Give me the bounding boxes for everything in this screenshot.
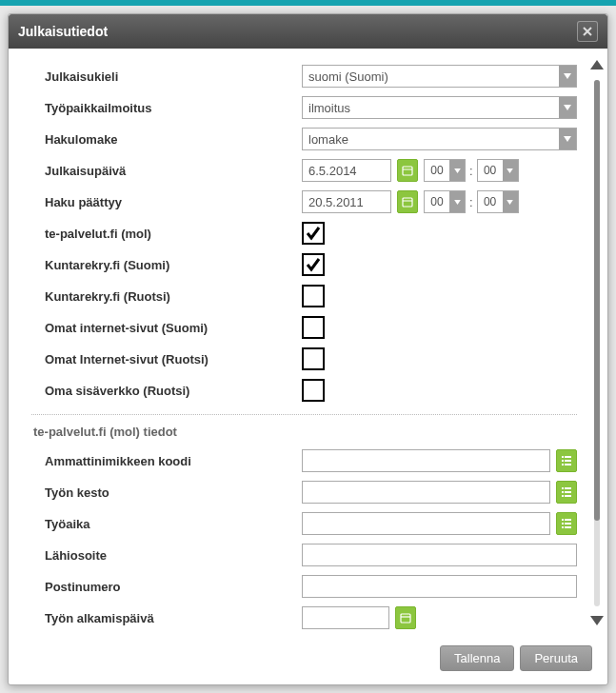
scrollbar[interactable] [586,49,607,638]
label-hakulomake: Hakulomake [31,132,302,147]
cancel-button[interactable]: Peruuta [520,645,592,671]
svg-rect-5 [565,456,571,458]
select-julkaisupaiva-hour[interactable]: 00 [424,159,466,182]
svg-rect-20 [562,526,564,528]
input-postinumero[interactable] [302,575,577,598]
label-julkaisukieli: Julkaisukieli [31,69,302,84]
chevron-down-icon [559,129,576,149]
label-sisaverkko-sv: Oma sisäverkko (Ruotsi) [31,384,302,398]
input-tyon-kesto[interactable] [302,481,550,504]
svg-rect-7 [565,460,571,462]
svg-rect-8 [562,464,564,465]
save-button[interactable]: Tallenna [440,645,514,671]
svg-rect-18 [562,523,564,525]
svg-rect-0 [403,167,412,175]
section-title-mol: te-palvelut.fi (mol) tiedot [31,419,577,446]
svg-rect-9 [565,464,571,465]
svg-rect-21 [565,526,571,528]
scroll-thumb[interactable] [594,80,600,521]
label-tyon-alkamispaiva: Työn alkamispäivä [31,611,302,625]
label-tyon-kesto: Työn kesto [31,485,302,500]
input-lahiosoite[interactable] [302,544,577,566]
list-icon [562,518,571,529]
svg-rect-16 [562,519,564,521]
select-hakulomake[interactable]: lomake [302,128,577,150]
calendar-icon [402,165,413,176]
svg-rect-19 [565,523,571,525]
svg-rect-10 [562,487,564,489]
checkbox-sisaverkko-sv[interactable] [302,379,325,402]
checkmark-icon [306,226,321,241]
input-julkaisupaiva-date[interactable]: 6.5.2014 [302,159,391,182]
close-icon [583,27,592,36]
svg-rect-2 [403,198,412,207]
close-button[interactable] [577,21,598,42]
checkmark-icon [306,257,321,272]
select-hakupaattyy-hour[interactable]: 00 [424,190,466,213]
svg-rect-6 [562,460,564,462]
form-content: Julkaisukieli suomi (Suomi) Työpaikkailm… [9,49,586,638]
label-omat-fi: Omat internet-sivut (Suomi) [31,321,302,335]
select-julkaisupaiva-min[interactable]: 00 [477,159,519,182]
checkbox-omat-sv[interactable] [302,347,325,370]
chevron-down-icon [503,160,518,181]
label-ammattinimike: Ammattinimikkeen koodi [31,454,302,468]
label-lahiosoite: Lähiosoite [31,548,302,563]
calendar-button[interactable] [397,159,418,182]
scroll-up-icon[interactable] [590,58,604,72]
label-tyopaikkailmoitus: Työpaikkailmoitus [31,101,302,115]
label-postinumero: Postinumero [31,580,302,594]
list-icon [562,486,571,498]
label-hakupaattyy: Haku päättyy [31,195,302,209]
input-hakupaattyy-date[interactable]: 20.5.2011 [302,190,391,213]
select-julkaisukieli[interactable]: suomi (Suomi) [302,65,577,88]
scroll-down-icon[interactable] [590,614,604,628]
publish-dialog: Julkaisutiedot Julkaisukieli suomi (Suom… [8,13,608,685]
svg-rect-12 [562,491,564,493]
section-divider [31,414,577,415]
checkbox-kuntarekry-fi[interactable] [302,253,325,276]
label-kuntarekry-sv: Kuntarekry.fi (Ruotsi) [31,289,302,304]
chevron-down-icon [449,160,465,181]
chevron-down-icon [503,191,518,212]
chevron-down-icon [559,97,576,118]
input-tyon-alkamispaiva[interactable] [302,606,389,629]
dialog-title: Julkaisutiedot [18,24,577,39]
calendar-button[interactable] [395,606,416,629]
lookup-button[interactable] [556,512,577,535]
svg-rect-14 [562,495,564,497]
svg-rect-11 [565,487,571,489]
select-hakupaattyy-min[interactable]: 00 [477,190,519,213]
svg-rect-22 [401,614,410,623]
calendar-icon [402,196,413,208]
checkbox-omat-fi[interactable] [302,316,325,339]
list-icon [562,455,571,466]
button-row: Tallenna Peruuta [9,638,607,684]
svg-rect-13 [565,491,571,493]
label-julkaisupaiva: Julkaisupäivä [31,164,302,178]
label-omat-sv: Omat Internet-sivut (Ruotsi) [31,352,302,366]
lookup-button[interactable] [556,481,577,504]
scroll-track[interactable] [594,80,600,606]
calendar-button[interactable] [397,190,418,213]
chevron-down-icon [559,66,576,87]
svg-rect-17 [565,519,571,521]
input-tyoaika[interactable] [302,512,550,535]
svg-rect-4 [562,456,564,458]
checkbox-kuntarekry-sv[interactable] [302,285,325,307]
label-tyoaika: Työaika [31,517,302,531]
titlebar: Julkaisutiedot [9,14,607,49]
calendar-icon [400,612,411,624]
checkbox-te-palvelut[interactable] [302,222,325,245]
label-te-palvelut: te-palvelut.fi (mol) [31,227,302,241]
select-tyopaikkailmoitus[interactable]: ilmoitus [302,96,577,119]
lookup-button[interactable] [556,449,577,472]
chevron-down-icon [449,191,465,212]
svg-rect-15 [565,495,571,497]
label-kuntarekry-fi: Kuntarekry.fi (Suomi) [31,258,302,272]
input-ammattinimike[interactable] [302,449,550,472]
